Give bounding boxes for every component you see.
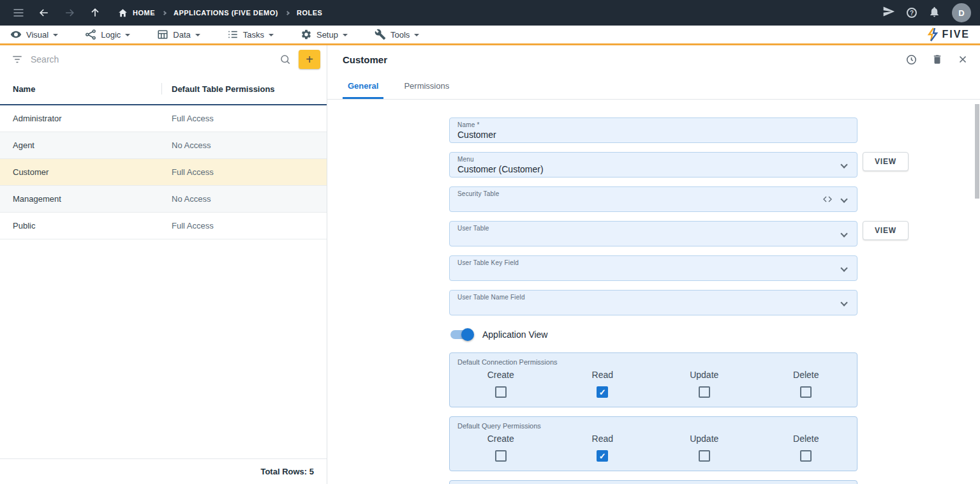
breadcrumb-item: HOME [133, 9, 155, 17]
row-permission: No Access [161, 140, 327, 150]
table-row-management[interactable]: Management No Access [0, 186, 327, 213]
menu-data[interactable]: Data [157, 29, 200, 40]
detail-header: Customer [327, 45, 980, 73]
menu-data-label: Data [173, 30, 190, 40]
row-name: Administrator [0, 114, 161, 123]
checkbox-create[interactable]: ✓ [495, 386, 507, 398]
help-icon[interactable]: ? [907, 8, 917, 18]
back-arrow-icon[interactable] [34, 3, 54, 22]
row-name: Management [0, 194, 161, 204]
forward-arrow-icon[interactable] [60, 3, 79, 22]
menu-select-value: Customer (Customer) [457, 164, 849, 174]
menu-logic[interactable]: Logic [85, 29, 130, 40]
search-input[interactable] [31, 54, 272, 64]
menu-view-button[interactable]: VIEW [863, 152, 909, 171]
default-connection-permissions-group: Default Connection Permissions Create ✓ … [449, 352, 858, 407]
name-field-label: Name * [457, 121, 849, 128]
menu-setup-label: Setup [316, 30, 338, 40]
checkbox-read[interactable]: ✓ [597, 386, 608, 398]
total-rows-label: Total Rows: 5 [0, 458, 327, 484]
permission-group-label: Default Query Permissions [450, 422, 857, 430]
column-create: Create [487, 434, 514, 444]
tab-general[interactable]: General [343, 73, 383, 99]
hamburger-menu-icon[interactable] [9, 3, 28, 22]
application-view-toggle[interactable] [450, 330, 472, 339]
toggle-knob [461, 328, 474, 341]
user-table-name-field-select[interactable]: User Table Name Field [449, 290, 858, 315]
eye-icon [10, 29, 22, 40]
row-permission: No Access [161, 194, 327, 204]
scrollbar-thumb[interactable] [975, 104, 979, 199]
menu-tasks-label: Tasks [243, 30, 264, 40]
main-menu-toolbar: Visual Logic Data Tasks Setup Tools FIVE [0, 26, 980, 45]
detail-tabs: General Permissions [327, 73, 980, 100]
column-update: Update [690, 434, 718, 444]
record-detail-panel: Customer General Permissions Name * Cust… [327, 45, 980, 484]
menu-select[interactable]: Menu Customer (Customer) [449, 152, 858, 178]
table-row-customer[interactable]: Customer Full Access [0, 159, 327, 186]
list-column-headers: Name Default Table Permissions [0, 73, 327, 105]
roles-list: Administrator Full Access Agent No Acces… [0, 105, 327, 458]
code-icon[interactable] [822, 194, 833, 207]
checkbox-delete[interactable]: ✓ [800, 386, 812, 398]
table-row-administrator[interactable]: Administrator Full Access [0, 105, 327, 132]
chevron-down-icon [195, 34, 200, 36]
user-table-key-field-select[interactable]: User Table Key Field [449, 255, 858, 281]
user-table-select[interactable]: User Table [449, 221, 858, 246]
user-table-label: User Table [457, 225, 849, 232]
row-name: Public [0, 221, 161, 231]
user-avatar[interactable]: D [952, 3, 971, 22]
column-header-permissions[interactable]: Default Table Permissions [161, 83, 327, 95]
permission-group-label: Default Connection Permissions [450, 358, 857, 366]
breadcrumb-separator-icon [162, 10, 167, 15]
menu-visual[interactable]: Visual [10, 29, 58, 40]
notifications-bell-icon[interactable] [928, 6, 940, 20]
breadcrumb-item-applications[interactable]: APPLICATIONS (FIVE DEMO) [174, 9, 278, 17]
add-record-button[interactable]: + [299, 50, 320, 69]
breadcrumb-home[interactable]: HOME [117, 8, 155, 19]
menu-tools[interactable]: Tools [375, 29, 419, 40]
security-table-select[interactable]: Security Table [449, 186, 858, 212]
menu-select-label: Menu [457, 156, 849, 163]
name-field[interactable]: Name * Customer [449, 117, 858, 143]
breadcrumb-item-roles[interactable]: ROLES [297, 9, 322, 17]
menu-tools-label: Tools [390, 30, 410, 40]
chevron-down-icon [269, 34, 274, 36]
application-view-toggle-row: Application View [450, 329, 980, 340]
user-table-view-button[interactable]: VIEW [863, 221, 909, 240]
column-delete: Delete [793, 370, 819, 380]
search-bar: + [0, 45, 327, 73]
breadcrumb-separator-icon [285, 10, 290, 15]
checkbox-delete[interactable]: ✓ [800, 450, 812, 462]
five-logo-icon [927, 27, 939, 42]
history-clock-icon[interactable] [905, 54, 917, 66]
checkbox-create[interactable]: ✓ [495, 450, 507, 462]
menu-logic-label: Logic [101, 30, 121, 40]
tab-permissions[interactable]: Permissions [399, 73, 454, 99]
checkbox-update[interactable]: ✓ [699, 386, 710, 398]
filter-icon[interactable] [11, 54, 23, 65]
home-icon [117, 8, 128, 19]
column-header-name[interactable]: Name [0, 84, 161, 94]
row-name: Agent [0, 140, 161, 150]
search-icon[interactable] [279, 54, 291, 65]
checkbox-read[interactable]: ✓ [597, 450, 608, 462]
table-row-public[interactable]: Public Full Access [0, 213, 327, 239]
menu-tasks[interactable]: Tasks [227, 29, 274, 40]
up-arrow-icon[interactable] [85, 3, 105, 22]
row-permission: Full Access [161, 114, 327, 123]
logic-icon [85, 29, 96, 40]
menu-setup[interactable]: Setup [301, 29, 348, 40]
row-name: Customer [0, 167, 161, 177]
default-query-permissions-group: Default Query Permissions Create ✓ Read … [449, 416, 858, 471]
close-icon[interactable] [957, 54, 969, 65]
table-row-agent[interactable]: Agent No Access [0, 132, 327, 159]
deploy-icon[interactable] [882, 5, 895, 20]
checkbox-update[interactable]: ✓ [699, 450, 710, 462]
row-permission: Full Access [161, 221, 327, 231]
name-field-value: Customer [457, 130, 849, 140]
chevron-down-icon [343, 34, 348, 36]
five-logo: FIVE [927, 27, 970, 42]
column-delete: Delete [793, 434, 819, 444]
delete-trash-icon[interactable] [932, 54, 943, 65]
